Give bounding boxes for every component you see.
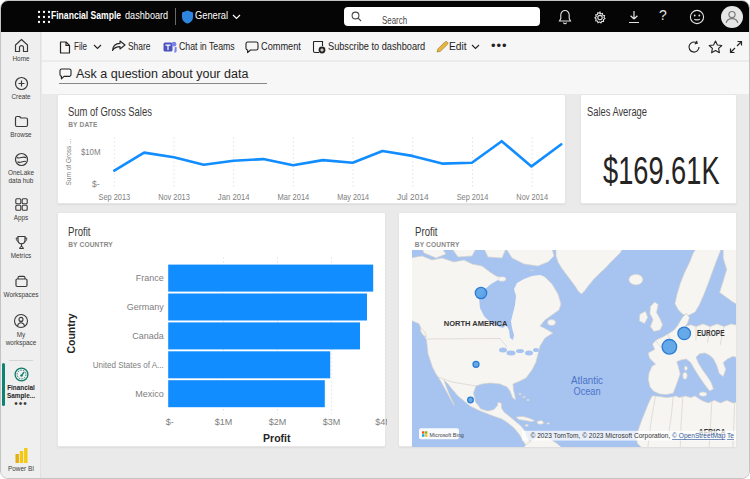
svg-text:$2M: $2M (269, 417, 287, 427)
svg-text:Country: Country (65, 313, 77, 353)
svg-text:© 2023 TomTom, © 2023 Microsof: © 2023 TomTom, © 2023 Microsoft Corporat… (530, 432, 734, 440)
svg-text:$10M: $10M (81, 147, 101, 157)
svg-text:France: France (136, 273, 164, 283)
svg-text:Sep 2013: Sep 2013 (98, 192, 130, 202)
svg-text:$1M: $1M (215, 417, 233, 427)
svg-text:Nov 2014: Nov 2014 (516, 192, 548, 202)
svg-text:Nov 2013: Nov 2013 (158, 192, 190, 202)
svg-text:May 2014: May 2014 (337, 192, 369, 202)
svg-text:$4M: $4M (375, 417, 387, 427)
svg-text:$3M: $3M (323, 417, 341, 427)
svg-text:Ocean: Ocean (573, 386, 600, 397)
svg-text:Jul 2014: Jul 2014 (397, 192, 429, 202)
svg-text:Sum of Gross ...: Sum of Gross ... (65, 138, 72, 185)
svg-text:Jan 2014: Jan 2014 (218, 192, 250, 202)
svg-text:Germany: Germany (127, 302, 165, 312)
svg-text:Microsoft Bing: Microsoft Bing (429, 431, 463, 437)
svg-text:Profit: Profit (263, 432, 291, 444)
svg-text:Atlantic: Atlantic (571, 375, 603, 386)
svg-text:$-: $- (166, 417, 174, 427)
svg-text:United States of A...: United States of A... (93, 360, 164, 370)
svg-text:EUROPE: EUROPE (697, 328, 725, 338)
svg-text:$-: $- (92, 179, 100, 189)
svg-text:Mar 2014: Mar 2014 (278, 192, 310, 202)
svg-text:Canada: Canada (132, 331, 164, 341)
svg-text:Sep 2014: Sep 2014 (457, 192, 489, 202)
svg-text:NORTH AMERICA: NORTH AMERICA (443, 319, 507, 328)
svg-text:Mexico: Mexico (135, 389, 164, 399)
